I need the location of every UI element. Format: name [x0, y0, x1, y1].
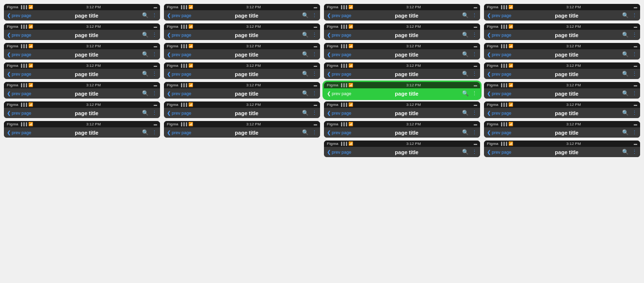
search-icon[interactable]: 🔍	[622, 32, 629, 38]
prev-page-button[interactable]: ❮ prev page	[7, 71, 31, 77]
search-icon[interactable]: 🔍	[462, 129, 469, 136]
chevron-icon: ❮	[167, 91, 171, 96]
prev-page-button[interactable]: ❮ prev page	[487, 91, 511, 96]
search-icon[interactable]: 🔍	[142, 129, 149, 136]
search-icon[interactable]: 🔍	[622, 129, 629, 136]
status-time: 3:12 PM	[513, 24, 634, 29]
more-icon[interactable]: ⋮	[632, 129, 637, 136]
more-icon[interactable]: ⋮	[472, 12, 477, 19]
more-icon[interactable]: ⋮	[472, 32, 477, 38]
search-icon[interactable]: 🔍	[462, 110, 469, 116]
wifi-icon: 📶	[508, 122, 513, 126]
search-icon[interactable]: 🔍	[142, 32, 149, 38]
prev-page-button[interactable]: ❮ prev page	[7, 110, 31, 116]
search-icon[interactable]: 🔍	[622, 149, 629, 155]
prev-page-button[interactable]: ❮ prev page	[7, 13, 31, 18]
more-icon[interactable]: ⋮	[312, 129, 317, 136]
more-icon[interactable]: ⋮	[632, 32, 637, 38]
search-icon[interactable]: 🔍	[302, 32, 309, 38]
more-icon[interactable]: ⋮	[632, 110, 637, 116]
prev-page-button[interactable]: ❮ prev page	[7, 130, 31, 135]
prev-page-button[interactable]: ❮ prev page	[167, 71, 191, 77]
search-icon[interactable]: 🔍	[142, 51, 149, 58]
search-icon[interactable]: 🔍	[622, 51, 629, 58]
phone-frame-4-3: Figma ▐▐▐ 📶 3:12 PM ▬ ❮ prev page page t…	[484, 43, 640, 60]
prev-page-button[interactable]: ❮ prev page	[167, 110, 191, 116]
prev-page-button[interactable]: ❮ prev page	[7, 32, 31, 38]
prev-page-button[interactable]: ❮ prev page	[487, 110, 511, 116]
search-icon[interactable]: 🔍	[302, 71, 309, 77]
more-icon[interactable]: ⋮	[632, 51, 637, 58]
more-icon[interactable]: ⋮	[152, 129, 157, 136]
more-icon[interactable]: ⋮	[632, 90, 637, 97]
prev-page-button[interactable]: ❮ prev page	[327, 13, 351, 18]
prev-page-button[interactable]: ❮ prev page	[327, 130, 351, 135]
prev-page-button[interactable]: ❮ prev page	[487, 130, 511, 135]
more-icon[interactable]: ⋮	[312, 12, 317, 19]
status-time: 3:12 PM	[353, 44, 474, 48]
prev-page-button[interactable]: ❮ prev page	[7, 91, 31, 96]
prev-page-button[interactable]: ❮ prev page	[327, 91, 351, 96]
search-icon[interactable]: 🔍	[302, 110, 309, 116]
prev-page-button[interactable]: ❮ prev page	[167, 32, 191, 38]
prev-page-button[interactable]: ❮ prev page	[487, 32, 511, 38]
search-icon[interactable]: 🔍	[302, 51, 309, 58]
more-icon[interactable]: ⋮	[632, 12, 637, 19]
more-icon[interactable]: ⋮	[312, 71, 317, 77]
more-icon[interactable]: ⋮	[632, 149, 637, 155]
search-icon[interactable]: 🔍	[462, 12, 469, 19]
search-icon[interactable]: 🔍	[462, 71, 469, 77]
more-icon[interactable]: ⋮	[152, 90, 157, 97]
search-icon[interactable]: 🔍	[622, 71, 629, 77]
wifi-icon: 📶	[28, 5, 33, 9]
more-icon[interactable]: ⋮	[152, 51, 157, 58]
more-icon[interactable]: ⋮	[472, 129, 477, 136]
prev-page-button[interactable]: ❮ prev page	[327, 52, 351, 57]
prev-page-button[interactable]: ❮ prev page	[167, 52, 191, 57]
search-icon[interactable]: 🔍	[622, 90, 629, 97]
prev-page-button[interactable]: ❮ prev page	[167, 130, 191, 135]
more-icon[interactable]: ⋮	[312, 90, 317, 97]
search-icon[interactable]: 🔍	[462, 90, 469, 97]
search-icon[interactable]: 🔍	[462, 32, 469, 38]
more-icon[interactable]: ⋮	[472, 90, 477, 97]
search-icon[interactable]: 🔍	[302, 129, 309, 136]
more-icon[interactable]: ⋮	[152, 12, 157, 19]
status-time: 3:12 PM	[33, 83, 154, 87]
prev-page-button[interactable]: ❮ prev page	[487, 149, 511, 155]
more-icon[interactable]: ⋮	[472, 71, 477, 77]
more-icon[interactable]: ⋮	[632, 71, 637, 77]
prev-page-button[interactable]: ❮ prev page	[7, 52, 31, 57]
page-title: page title	[191, 52, 302, 58]
search-icon[interactable]: 🔍	[302, 12, 309, 19]
search-icon[interactable]: 🔍	[622, 12, 629, 19]
search-icon[interactable]: 🔍	[142, 12, 149, 19]
search-icon[interactable]: 🔍	[302, 90, 309, 97]
prev-page-button[interactable]: ❮ prev page	[327, 71, 351, 77]
more-icon[interactable]: ⋮	[312, 51, 317, 58]
search-icon[interactable]: 🔍	[462, 51, 469, 58]
prev-page-button[interactable]: ❮ prev page	[327, 32, 351, 38]
search-icon[interactable]: 🔍	[462, 149, 469, 155]
prev-page-button[interactable]: ❮ prev page	[327, 149, 351, 155]
prev-page-button[interactable]: ❮ prev page	[327, 110, 351, 116]
more-icon[interactable]: ⋮	[152, 71, 157, 77]
more-icon[interactable]: ⋮	[472, 149, 477, 155]
search-icon[interactable]: 🔍	[142, 110, 149, 116]
more-icon[interactable]: ⋮	[312, 32, 317, 38]
prev-page-button[interactable]: ❮ prev page	[487, 52, 511, 57]
more-icon[interactable]: ⋮	[472, 110, 477, 116]
search-icon[interactable]: 🔍	[622, 110, 629, 116]
search-icon[interactable]: 🔍	[142, 71, 149, 77]
prev-page-button[interactable]: ❮ prev page	[167, 13, 191, 18]
wifi-icon: 📶	[508, 83, 513, 87]
more-icon[interactable]: ⋮	[472, 51, 477, 58]
search-icon[interactable]: 🔍	[142, 90, 149, 97]
more-icon[interactable]: ⋮	[312, 110, 317, 116]
nav-icons: 🔍 ⋮	[462, 12, 477, 19]
prev-page-button[interactable]: ❮ prev page	[487, 71, 511, 77]
more-icon[interactable]: ⋮	[152, 110, 157, 116]
more-icon[interactable]: ⋮	[152, 32, 157, 38]
prev-page-button[interactable]: ❮ prev page	[167, 91, 191, 96]
prev-page-button[interactable]: ❮ prev page	[487, 13, 511, 18]
